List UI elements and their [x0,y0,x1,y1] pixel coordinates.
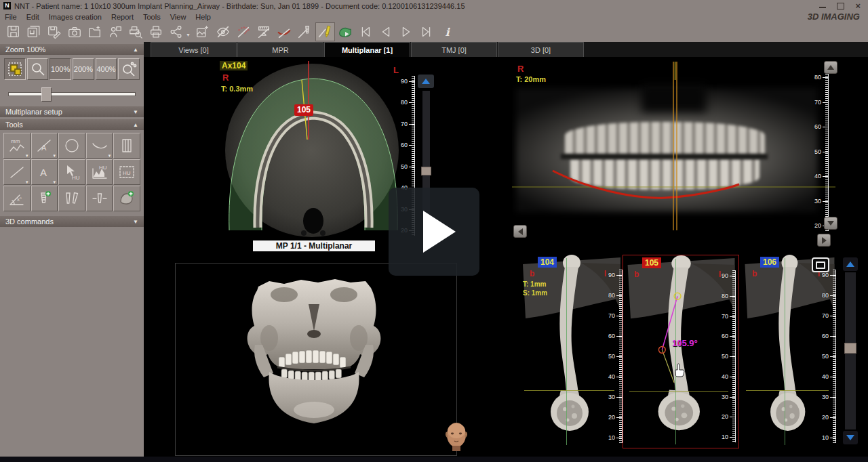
maximize-view-button[interactable] [812,257,829,272]
panoramic-view[interactable]: R T: 20mm 80706050403020 [512,60,835,242]
pano-scroll-up-icon[interactable] [824,61,837,74]
commands3d-panel-header[interactable]: 3D commands ▼ [0,216,144,227]
zoom-400-button[interactable]: 400% [96,58,117,80]
curve-tool-icon[interactable]: ▼ [86,133,113,159]
angle-measurement-value[interactable]: 105.9° [672,338,698,348]
tab-views-0[interactable]: Views [0] [151,42,237,57]
snapshot-icon[interactable] [65,23,83,41]
orientation-head-icon[interactable] [443,419,470,453]
nav-prev-icon[interactable] [377,23,395,41]
menu-edit[interactable]: Edit [22,13,44,21]
restore-icon[interactable] [837,3,844,9]
cross-section-105-active[interactable]: 105.9° 105 b l 908070605040302010 [623,255,739,448]
section-number-badge[interactable]: 106 [760,257,779,268]
scroll-down-icon[interactable] [843,431,858,444]
tab-3d-0[interactable]: 3D [0] [498,42,584,57]
hide-ruler-icon[interactable] [255,23,273,41]
bone-add-icon[interactable] [113,186,140,211]
zoom-100-button[interactable]: 100% [50,58,71,80]
patient-image-icon[interactable] [106,23,124,41]
nav-first-icon[interactable] [357,23,375,41]
scroll-up-icon[interactable] [418,75,434,88]
line-tool-icon[interactable]: ▼ [3,159,31,185]
circle-tool-icon[interactable] [58,133,85,159]
hu-point-icon[interactable]: HU [58,159,85,185]
angle-measure-icon[interactable]: A▼ [31,133,58,159]
save-icon[interactable] [4,23,22,41]
save-copy-icon[interactable] [24,23,43,41]
menu-file[interactable]: File [0,13,22,21]
export-image-icon[interactable] [85,23,104,41]
tools-panel-header[interactable]: Tools ▲ [0,119,144,130]
zoom-slider-handle[interactable] [41,87,52,102]
axial-view[interactable]: Ax104 R T: 0.3mm L 105 9080706050403020 [218,60,415,240]
implant-add-icon[interactable] [31,186,58,211]
nav-last-icon[interactable] [418,23,436,41]
ruler-label: 90 [401,78,408,85]
hide-curve-icon[interactable] [275,23,294,41]
pano-scroll-left-icon[interactable] [513,225,527,238]
pano-orient: R [517,64,524,74]
hu-profile-icon[interactable]: HU [86,159,113,185]
ruler-label: 10 [608,434,615,441]
zoom-fit-button[interactable] [4,58,26,80]
zoom-200-button[interactable]: 200% [73,58,94,80]
info-icon[interactable]: i [438,23,456,41]
implant-double-icon[interactable] [58,186,85,211]
image-effects-icon[interactable] [194,23,212,41]
segmentation-icon[interactable] [336,23,355,41]
share-icon[interactable] [167,23,185,41]
grid-tool-icon[interactable] [113,133,140,159]
nav-next-icon[interactable] [397,23,416,41]
svg-text:A: A [40,167,47,178]
section-number-badge[interactable]: 104 [538,257,557,268]
menu-view[interactable]: View [165,13,191,21]
draw-tool-icon[interactable] [316,23,334,41]
section-crosshair-horizontal [746,390,829,391]
tab-tmj-0[interactable]: TMJ [0] [411,42,497,57]
minimize-icon[interactable] [819,7,826,8]
cross-section-104[interactable]: 104 b l T: 1mm S: 1mm 908070605040302010 [519,255,624,448]
section-ruler: 908070605040302010 [824,270,836,443]
implant-remove-icon[interactable] [86,186,113,211]
tab-mpr[interactable]: MPR [237,42,323,57]
polyline-measure-icon[interactable]: mm▼ [3,133,31,159]
title-bar: N NNT - Patient name: 1 10x10 300um Impl… [0,0,868,12]
menu-report[interactable]: Report [106,13,138,21]
share-dropdown-icon[interactable]: ▼ [186,33,191,37]
print-preview-icon[interactable] [126,23,144,41]
zoom-lens-button[interactable] [27,58,49,80]
axial-slice-marker[interactable]: 105 [294,104,313,116]
cross-section-106[interactable]: 106 b l 908070605040302010 [741,255,837,448]
print-icon[interactable] [146,23,165,41]
zoom-slider[interactable] [0,81,144,104]
pano-ruler: 80706050403020 [816,72,829,231]
scrollbar-handle[interactable] [421,167,431,175]
text-tool-icon[interactable]: A▼ [31,159,58,185]
zoom-slider-track[interactable] [8,92,136,96]
video-play-overlay[interactable] [389,188,479,276]
multiplanar-setup-header[interactable]: Multiplanar setup ▼ [0,106,144,117]
menu-images-creation[interactable]: Images creation [44,13,106,21]
menu-help[interactable]: Help [191,13,216,21]
hide-curve-points-icon[interactable] [235,23,253,41]
angle-3d-icon[interactable]: x° [3,186,31,211]
save-edit-icon[interactable] [45,23,63,41]
menu-tools[interactable]: Tools [138,13,165,21]
ruler-label: 30 [822,394,829,400]
hu-region-icon[interactable]: HU [113,159,140,185]
scrollbar-handle[interactable] [844,343,856,354]
volume-3d-view[interactable] [175,263,457,456]
play-icon[interactable] [423,211,456,253]
scroll-up-icon[interactable] [843,257,858,271]
close-icon[interactable]: × [855,1,861,10]
ruler-label: 70 [814,99,821,106]
pano-scroll-down-icon[interactable] [824,217,837,230]
hide-overlays-icon[interactable] [214,23,233,41]
ruler-label: 80 [401,99,408,106]
zoom-panel-header[interactable]: Zoom 100% ▲ [0,44,144,55]
zoom-custom-button[interactable] [118,58,140,80]
pano-scroll-right-icon[interactable] [817,234,831,247]
hide-implant-icon[interactable] [296,23,314,41]
tab-multiplanar-1[interactable]: Multiplanar [1] [324,42,410,57]
